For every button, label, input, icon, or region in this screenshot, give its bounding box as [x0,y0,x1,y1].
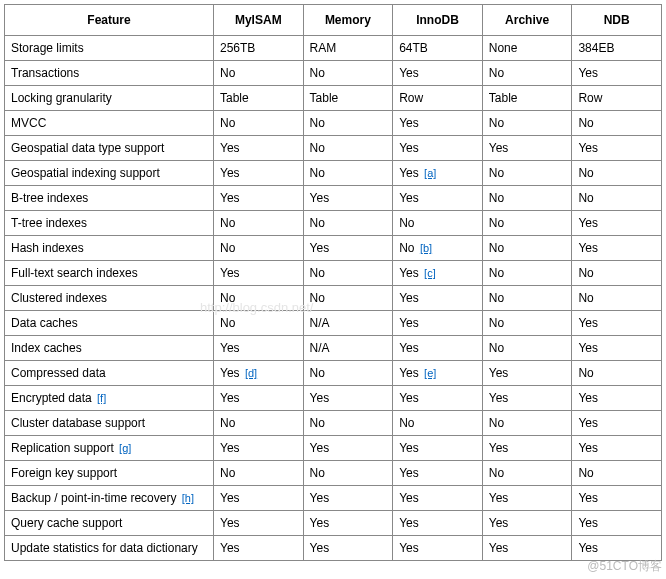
value-cell: Yes [572,336,662,361]
cell-value: Yes [578,391,598,405]
cell-value: No [220,216,235,230]
cell-value: No [578,366,593,380]
table-row: Full-text search indexesYesNoYes [c]NoNo [5,261,662,286]
cell-value: No [310,266,325,280]
value-cell: Yes [572,311,662,336]
footnote-link[interactable]: [h] [182,492,194,504]
value-cell: Yes [482,436,572,461]
value-cell: Table [303,86,393,111]
table-row: TransactionsNoNoYesNoYes [5,61,662,86]
feature-label: B-tree indexes [11,191,88,205]
value-cell: Yes [393,461,483,486]
feature-cell: Locking granularity [5,86,214,111]
cell-value: No [399,216,414,230]
footnote-link[interactable]: [b] [420,242,432,254]
feature-cell: Foreign key support [5,461,214,486]
value-cell: Yes [572,236,662,261]
cell-value: No [489,341,504,355]
cell-value: Yes [220,341,240,355]
cell-value: No [489,191,504,205]
feature-cell: Geospatial indexing support [5,161,214,186]
cell-value: Yes [220,516,240,530]
footnote-link[interactable]: [a] [424,167,436,179]
cell-value: Yes [310,441,330,455]
col-myisam: MyISAM [214,5,304,36]
table-row: Cluster database supportNoNoNoNoYes [5,411,662,436]
cell-value: Yes [220,191,240,205]
value-cell: No [303,61,393,86]
cell-value: Yes [220,541,240,555]
footnote-link[interactable]: [e] [424,367,436,379]
feature-cell: MVCC [5,111,214,136]
feature-label: MVCC [11,116,46,130]
value-cell: Yes [303,186,393,211]
value-cell: Yes [393,536,483,561]
value-cell: Yes [572,536,662,561]
cell-value: Yes [578,416,598,430]
feature-cell: Replication support [g] [5,436,214,461]
value-cell: Yes [214,386,304,411]
footnote-link[interactable]: [f] [97,392,106,404]
table-row: Clustered indexesNoNoYesNoNo [5,286,662,311]
cell-value: Yes [489,141,509,155]
feature-cell: Index caches [5,336,214,361]
cell-value: Yes [310,391,330,405]
value-cell: Yes [393,61,483,86]
value-cell: Yes [572,486,662,511]
cell-value: No [578,166,593,180]
feature-label: Index caches [11,341,82,355]
value-cell: Yes [572,436,662,461]
feature-cell: Hash indexes [5,236,214,261]
comparison-table: Feature MyISAM Memory InnoDB Archive NDB… [4,4,662,561]
cell-value: No [310,466,325,480]
value-cell: No [303,136,393,161]
cell-value: Yes [310,191,330,205]
value-cell: No [b] [393,236,483,261]
feature-label: Geospatial data type support [11,141,164,155]
cell-value: No [310,116,325,130]
cell-value: Yes [578,241,598,255]
value-cell: Yes [393,336,483,361]
cell-value: Yes [578,141,598,155]
value-cell: Yes [214,161,304,186]
table-row: Data cachesNoN/AYesNoYes [5,311,662,336]
value-cell: Yes [c] [393,261,483,286]
cell-value: Yes [220,366,240,380]
cell-value: No [310,141,325,155]
value-cell: No [303,261,393,286]
feature-label: Query cache support [11,516,122,530]
value-cell: Yes [572,386,662,411]
footnote-link[interactable]: [g] [119,442,131,454]
footnote-link[interactable]: [d] [245,367,257,379]
footnote-link[interactable]: [c] [424,267,436,279]
value-cell: Yes [303,236,393,261]
value-cell: No [214,236,304,261]
value-cell: No [482,261,572,286]
value-cell: No [393,211,483,236]
value-cell: Yes [482,361,572,386]
value-cell: Yes [303,511,393,536]
value-cell: Yes [393,511,483,536]
table-row: Index cachesYesN/AYesNoYes [5,336,662,361]
cell-value: No [489,116,504,130]
value-cell: No [572,361,662,386]
value-cell: Yes [393,486,483,511]
feature-cell: Data caches [5,311,214,336]
cell-value: No [220,116,235,130]
feature-cell: Transactions [5,61,214,86]
value-cell: Yes [393,136,483,161]
cell-value: 256TB [220,41,255,55]
cell-value: No [310,366,325,380]
feature-label: Full-text search indexes [11,266,138,280]
value-cell: Yes [393,186,483,211]
value-cell: No [303,361,393,386]
cell-value: No [310,66,325,80]
feature-cell: Query cache support [5,511,214,536]
value-cell: Table [214,86,304,111]
feature-cell: Update statistics for data dictionary [5,536,214,561]
cell-value: Yes [399,316,419,330]
cell-value: Yes [578,341,598,355]
value-cell: Yes [d] [214,361,304,386]
value-cell: Yes [214,486,304,511]
cell-value: Table [489,91,518,105]
